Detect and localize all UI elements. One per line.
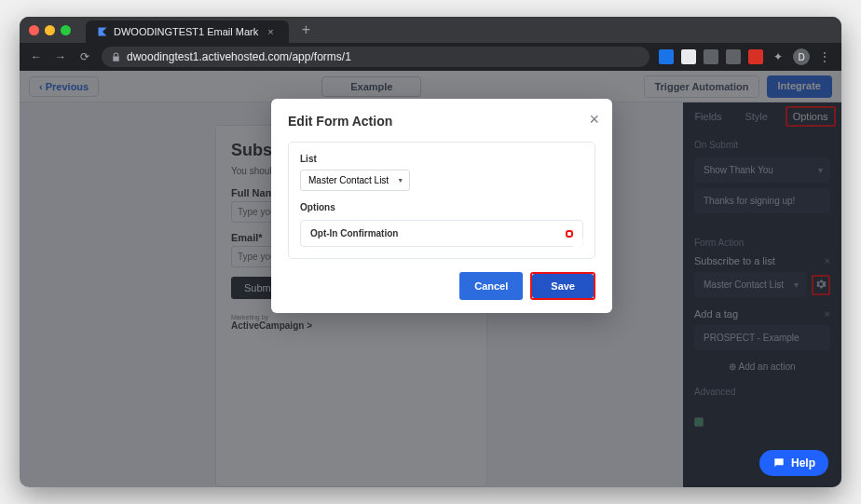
extensions-puzzle-icon[interactable]: ✦ [771, 49, 786, 64]
tab-close-icon[interactable]: × [264, 26, 277, 37]
cancel-button[interactable]: Cancel [459, 272, 523, 300]
browser-menu-icon[interactable]: ⋮ [817, 49, 832, 64]
url-text: dwoodingtest1.activehosted.com/app/forms… [127, 50, 351, 63]
nav-forward-icon[interactable]: → [53, 49, 68, 64]
chat-icon [772, 456, 786, 470]
list-dropdown[interactable]: Master Contact List [300, 170, 410, 191]
extension-icon[interactable] [681, 49, 696, 64]
modal-body: List Master Contact List Options Opt-In … [288, 142, 595, 259]
option-name: Opt-In Confirmation [310, 228, 398, 238]
nav-back-icon[interactable]: ← [29, 49, 44, 64]
extension-icon[interactable] [659, 49, 674, 64]
window-minimize-icon[interactable] [45, 25, 55, 35]
window-close-icon[interactable] [29, 25, 39, 35]
extensions-tray: ✦ D ⋮ [659, 48, 832, 65]
lock-icon [111, 52, 121, 62]
address-bar[interactable]: dwoodingtest1.activehosted.com/app/forms… [102, 47, 649, 67]
extension-icon[interactable] [748, 49, 763, 64]
nav-reload-icon[interactable]: ⟳ [77, 49, 92, 64]
url-bar: ← → ⟳ dwoodingtest1.activehosted.com/app… [20, 43, 841, 71]
new-tab-button[interactable]: + [294, 21, 318, 38]
edit-form-action-modal: Edit Form Action × List Master Contact L… [271, 99, 612, 313]
option-row-optin: Opt-In Confirmation OFF [300, 220, 583, 247]
toggle-state-label: OFF [551, 235, 566, 243]
modal-actions: Cancel Save [288, 272, 595, 300]
modal-close-button[interactable]: × [589, 110, 599, 129]
options-label: Options [300, 202, 583, 212]
browser-window: DWOODINGTEST1 Email Mark × + ← → ⟳ dwood… [20, 17, 841, 487]
save-button[interactable]: Save [532, 274, 594, 298]
modal-title: Edit Form Action [288, 114, 595, 129]
list-label: List [300, 154, 583, 164]
toggle-knob-icon [570, 235, 583, 248]
extension-icon[interactable] [726, 49, 741, 64]
extension-icon[interactable] [704, 49, 718, 64]
profile-avatar[interactable]: D [793, 48, 810, 65]
window-maximize-icon[interactable] [61, 25, 71, 35]
titlebar: DWOODINGTEST1 Email Mark × + [20, 17, 841, 43]
browser-tab[interactable]: DWOODINGTEST1 Email Mark × [86, 20, 289, 43]
help-button[interactable]: Help [759, 450, 828, 476]
tab-title: DWOODINGTEST1 Email Mark [114, 26, 258, 37]
tab-favicon-icon [97, 26, 108, 37]
